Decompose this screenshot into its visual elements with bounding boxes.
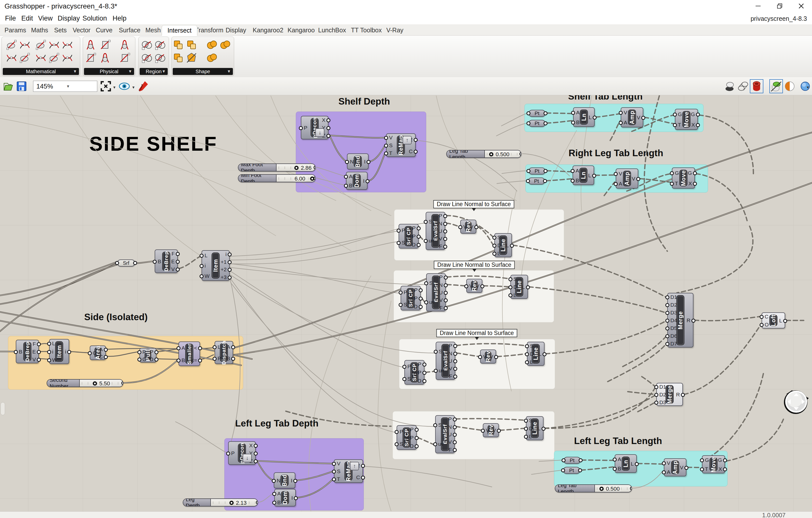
input-port-P[interactable] — [212, 357, 216, 361]
tab-v-ray[interactable]: V-Ray — [386, 27, 403, 34]
number-slider-leg-tab-top[interactable]: Leg Tab Length0.500 — [446, 150, 521, 158]
input-port-O[interactable] — [760, 323, 764, 327]
input-port-i[interactable] — [200, 264, 204, 268]
input-port-C[interactable] — [760, 315, 764, 319]
input-port-T[interactable] — [332, 478, 336, 481]
input-port-D7[interactable] — [665, 342, 669, 346]
component-bnd[interactable]: BndNI — [274, 472, 295, 488]
input-port-L[interactable] — [200, 254, 204, 258]
pan-navigation-widget[interactable] — [781, 386, 809, 415]
input-port-B[interactable] — [272, 501, 276, 505]
in-port[interactable] — [526, 121, 530, 125]
save-file-icon[interactable] — [16, 80, 28, 92]
input-port-S[interactable] — [397, 241, 401, 245]
output-port-V[interactable] — [685, 466, 688, 470]
in-port[interactable] — [561, 468, 565, 472]
output-port-F[interactable] — [453, 448, 457, 452]
output-port-U[interactable] — [453, 433, 457, 437]
output-port-U[interactable] — [444, 291, 448, 295]
input-port-V[interactable] — [332, 462, 336, 466]
input-port-S[interactable] — [424, 281, 428, 285]
output-port-uvP[interactable] — [419, 297, 423, 300]
input-port-L[interactable] — [492, 252, 496, 256]
output-port-+3[interactable] — [228, 276, 232, 280]
input-port-uv[interactable] — [424, 239, 428, 243]
region-region-icon[interactable] — [154, 39, 166, 51]
input-port-D[interactable] — [509, 285, 513, 289]
menu-file[interactable]: File — [5, 15, 16, 22]
tab-kangaroo2[interactable]: Kangaroo2 — [253, 27, 283, 34]
input-port-A[interactable] — [614, 182, 618, 186]
output-port-L[interactable] — [542, 427, 546, 431]
physical-phys-icon[interactable] — [85, 39, 96, 51]
shape-shapeBlob-icon[interactable] — [206, 52, 218, 64]
output-port-R[interactable] — [681, 393, 685, 397]
input-port-W[interactable] — [200, 274, 204, 278]
slider-knob[interactable] — [294, 166, 298, 170]
menu-display[interactable]: Display — [58, 15, 80, 22]
component-move[interactable]: MoveGTGX — [702, 455, 725, 473]
input-port-S[interactable] — [399, 303, 403, 307]
component-debrep[interactable]: DeBrepBFEV — [155, 250, 178, 273]
component-line[interactable]: LineSDLL — [527, 342, 545, 366]
component-bnd[interactable]: BndNI — [347, 153, 369, 170]
component-rev[interactable]: RevVV — [460, 220, 476, 234]
slider-knob[interactable] — [93, 381, 97, 385]
output-port-X[interactable] — [696, 123, 700, 127]
output-port-I[interactable] — [293, 479, 297, 483]
mathematical-math2-icon[interactable] — [61, 39, 74, 51]
number-slider-second-number[interactable]: Second Number5.50 — [47, 379, 123, 387]
output-port-L[interactable] — [592, 116, 597, 120]
component-ln[interactable]: LnABL — [615, 454, 637, 473]
component-line[interactable]: LineSDLL — [511, 275, 528, 299]
tab-tt-toolbox[interactable]: TT Toolbox — [351, 27, 382, 34]
output-port-A[interactable] — [231, 345, 235, 349]
preview-off-icon[interactable] — [724, 80, 735, 92]
component-dispatch[interactable]: DispatchLPAB — [214, 341, 233, 364]
input-port-A[interactable] — [619, 121, 623, 125]
output-port-G[interactable] — [693, 171, 697, 175]
input-port-S[interactable] — [424, 220, 428, 224]
input-port-A[interactable] — [571, 169, 575, 173]
mathematical-math2-icon[interactable] — [5, 52, 18, 64]
output-port-G[interactable] — [723, 458, 727, 462]
input-port-L[interactable] — [509, 293, 513, 297]
input-port-A[interactable] — [272, 492, 276, 496]
menu-help[interactable]: Help — [113, 15, 126, 22]
output-port-X[interactable] — [693, 182, 697, 186]
mathematical-math-icon[interactable] — [35, 39, 47, 51]
input-port-D3[interactable] — [654, 401, 658, 405]
component-srf-cp[interactable]: Srf CPPSPuvPD — [399, 224, 419, 249]
slider-track[interactable]: 0.500 — [485, 150, 521, 157]
input-port-P[interactable] — [399, 291, 403, 295]
output-port-N[interactable] — [443, 222, 447, 226]
slider-knob[interactable] — [600, 487, 604, 491]
param-pt-pt2[interactable]: Pt — [528, 120, 546, 127]
output-port-uvP[interactable] — [415, 436, 419, 440]
input-port-P[interactable] — [226, 452, 230, 456]
input-port-B[interactable] — [14, 350, 18, 354]
component-move[interactable]: MoveGTGX — [675, 109, 698, 130]
tab-intersect[interactable]: Intersect — [162, 25, 197, 36]
output-port-F[interactable] — [444, 306, 448, 310]
physical-phys2-icon[interactable] — [99, 39, 111, 51]
slider-track[interactable]: 2.86 — [277, 164, 315, 171]
menu-view[interactable]: View — [38, 15, 53, 22]
input-port-V[interactable] — [478, 355, 482, 359]
output-port-V[interactable] — [494, 355, 498, 359]
input-port-G[interactable] — [700, 458, 704, 462]
input-port-S[interactable] — [509, 277, 513, 281]
param-srf-srf[interactable]: Srf — [117, 259, 135, 266]
input-port-D[interactable] — [524, 427, 528, 431]
shape-shapeSq-icon[interactable] — [172, 39, 184, 51]
mathematical-math-icon[interactable] — [5, 39, 18, 51]
preview-half-icon[interactable] — [784, 80, 796, 92]
component-ln[interactable]: LnABL — [573, 107, 594, 127]
output-port-D[interactable] — [417, 243, 420, 247]
input-port-T[interactable] — [384, 151, 388, 155]
section-expand-icon[interactable]: ▼ — [73, 69, 77, 74]
section-expand-icon[interactable]: ▼ — [227, 69, 231, 74]
param-pt-pt4[interactable]: Pt — [528, 177, 545, 184]
input-port-A[interactable] — [344, 175, 348, 179]
tab-surface[interactable]: Surface — [119, 27, 140, 34]
